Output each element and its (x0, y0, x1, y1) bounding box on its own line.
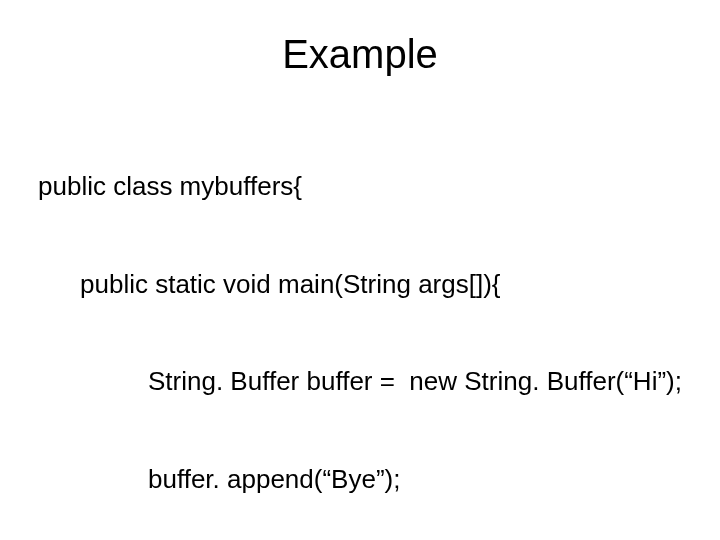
code-line: buffer. append(“Bye”); (38, 463, 682, 496)
slide-title: Example (38, 32, 682, 77)
code-line: String. Buffer buffer = new String. Buff… (38, 365, 682, 398)
code-line: public static void main(String args[]){ (38, 268, 682, 301)
code-line: public class mybuffers{ (38, 170, 682, 203)
slide: Example public class mybuffers{ public s… (0, 0, 720, 540)
code-block: public class mybuffers{ public static vo… (38, 105, 682, 540)
